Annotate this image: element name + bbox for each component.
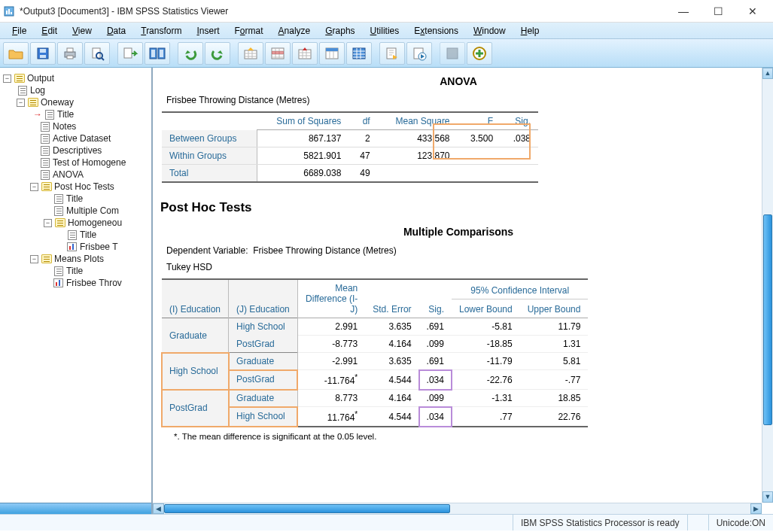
menu-transform[interactable]: Transform xyxy=(133,24,189,38)
maximize-button[interactable]: ☐ xyxy=(701,1,735,22)
tree-anova[interactable]: ANOVA xyxy=(3,169,150,181)
tree-notes[interactable]: Notes xyxy=(3,120,150,132)
mc-row: High SchoolGraduate-2.9913.635.691-11.79… xyxy=(162,353,588,370)
tree-ph-hs[interactable]: −Homogeneou xyxy=(3,217,150,229)
status-ready: IBM SPSS Statistics Processor is ready xyxy=(513,515,687,530)
goto-data-button[interactable] xyxy=(238,42,263,65)
tree-output[interactable]: −Output xyxy=(3,72,150,84)
menu-edit[interactable]: Edit xyxy=(34,24,65,38)
designate-window-button[interactable] xyxy=(440,42,465,65)
tree-homogeneity[interactable]: Test of Homogene xyxy=(3,157,150,169)
titlebar: *Output3 [Document3] - IBM SPSS Statisti… xyxy=(0,0,773,23)
print-button[interactable] xyxy=(57,42,83,65)
statusbar: IBM SPSS Statistics Processor is ready U… xyxy=(0,514,773,530)
run-pending-button[interactable] xyxy=(379,42,405,65)
col-ss: Sum of Squares xyxy=(257,112,348,130)
svg-rect-1 xyxy=(6,11,8,14)
tree-descriptives[interactable]: Descriptives xyxy=(3,144,150,157)
status-empty xyxy=(687,515,708,530)
row-within: Within Groups 5821.90147 123.870 xyxy=(162,147,538,165)
anova-dv: Frisbee Throwing Distance (Metres) xyxy=(166,95,761,105)
menu-data[interactable]: Data xyxy=(99,24,133,38)
dialog-recall-button[interactable] xyxy=(145,42,170,65)
run-button[interactable] xyxy=(406,42,432,65)
tree-log[interactable]: Log xyxy=(3,84,150,96)
add-button[interactable] xyxy=(467,42,492,65)
tree-oneway[interactable]: −Oneway xyxy=(3,96,150,108)
svg-rect-23 xyxy=(326,48,338,51)
menu-format[interactable]: Format xyxy=(227,24,271,38)
menu-file[interactable]: File xyxy=(5,24,34,38)
svg-rect-17 xyxy=(160,50,163,57)
tree-m-frisbee[interactable]: Frisbee Throv xyxy=(3,277,150,289)
mc-heading: Multiple Comparisons xyxy=(156,226,761,238)
col-f: F xyxy=(458,112,501,130)
menu-analyze[interactable]: Analyze xyxy=(271,24,318,38)
viewer-pane: ANOVA Frisbee Throwing Distance (Metres)… xyxy=(153,68,773,514)
menu-view[interactable]: View xyxy=(65,24,99,38)
svg-rect-13 xyxy=(124,48,132,58)
goto-case-button[interactable] xyxy=(265,42,291,65)
svg-rect-5 xyxy=(40,49,46,53)
mc-dv: Dependent Variable: Frisbee Throwing Dis… xyxy=(166,245,761,256)
anova-table[interactable]: Sum of Squares df Mean Square F Sig. Bet… xyxy=(162,111,538,183)
svg-rect-20 xyxy=(272,51,284,54)
menu-window[interactable]: Window xyxy=(466,24,513,38)
tree-ph-hs-frisbee[interactable]: Frisbee T xyxy=(3,241,150,253)
tree-ph-hs-title[interactable]: Title xyxy=(3,229,150,241)
svg-line-12 xyxy=(102,58,104,60)
posthoc-heading: Post Hoc Tests xyxy=(160,200,761,215)
outline-pane: −Output Log −Oneway →Title Notes Active … xyxy=(0,68,153,514)
svg-rect-28 xyxy=(447,48,458,59)
goto-variable-button[interactable] xyxy=(292,42,318,65)
svg-rect-6 xyxy=(40,55,46,58)
mc-footnote: *. The mean difference is significant at… xyxy=(174,432,761,441)
svg-rect-21 xyxy=(299,50,311,59)
menubar: File Edit View Data Transform Insert For… xyxy=(0,23,773,39)
tree-title[interactable]: →Title xyxy=(3,108,150,120)
toolbar xyxy=(0,39,773,68)
menu-insert[interactable]: Insert xyxy=(189,24,227,38)
menu-help[interactable]: Help xyxy=(513,24,547,38)
variables-button[interactable] xyxy=(319,42,345,65)
export-button[interactable] xyxy=(117,42,143,65)
row-between: Between Groups 867.1372 433.5683.500.038 xyxy=(162,130,538,147)
svg-rect-16 xyxy=(151,50,155,57)
tree-posthoc[interactable]: −Post Hoc Tests xyxy=(3,181,150,193)
menu-graphs[interactable]: Graphs xyxy=(318,24,362,38)
select-cases-button[interactable] xyxy=(346,42,372,65)
mc-row: PostGradGraduate8.7734.164.099-1.3118.85 xyxy=(162,390,588,407)
svg-rect-3 xyxy=(11,12,12,14)
mc-table[interactable]: (I) Education (J) Education Mean Differe… xyxy=(162,278,588,427)
redo-button[interactable] xyxy=(205,42,230,65)
outline-hscroll[interactable] xyxy=(0,503,151,514)
undo-button[interactable] xyxy=(178,42,203,65)
close-button[interactable]: ✕ xyxy=(735,1,770,22)
row-total: Total 6689.03849 xyxy=(162,165,538,183)
tree-ph-title[interactable]: Title xyxy=(3,193,150,205)
menu-utilities[interactable]: Utilities xyxy=(363,24,407,38)
save-button[interactable] xyxy=(30,42,56,65)
svg-rect-18 xyxy=(245,50,257,59)
viewer-hscroll[interactable]: ◀ ▶ xyxy=(153,503,762,514)
svg-rect-8 xyxy=(67,48,73,52)
col-sig: Sig. xyxy=(501,112,538,130)
col-ms: Mean Square xyxy=(378,112,458,130)
svg-rect-2 xyxy=(8,9,10,14)
anova-heading: ANOVA xyxy=(156,75,761,87)
status-unicode: Unicode:ON xyxy=(708,515,773,530)
menu-extensions[interactable]: Extensions xyxy=(406,24,466,38)
viewer-vscroll[interactable]: ▲ ▼ xyxy=(762,68,773,503)
tree-active-dataset[interactable]: Active Dataset xyxy=(3,132,150,144)
tree-m-title[interactable]: Title xyxy=(3,265,150,277)
app-icon xyxy=(3,5,15,17)
svg-rect-9 xyxy=(67,56,73,59)
tree-ph-mc[interactable]: Multiple Com xyxy=(3,205,150,217)
window-title: *Output3 [Document3] - IBM SPSS Statisti… xyxy=(20,6,666,17)
minimize-button[interactable]: — xyxy=(666,1,701,22)
open-button[interactable] xyxy=(3,42,29,65)
mc-row: GraduateHigh School2.9913.635.691-5.8111… xyxy=(162,318,588,336)
preview-button[interactable] xyxy=(84,42,110,65)
mc-method: Tukey HSD xyxy=(166,262,761,272)
tree-means[interactable]: −Means Plots xyxy=(3,253,150,265)
